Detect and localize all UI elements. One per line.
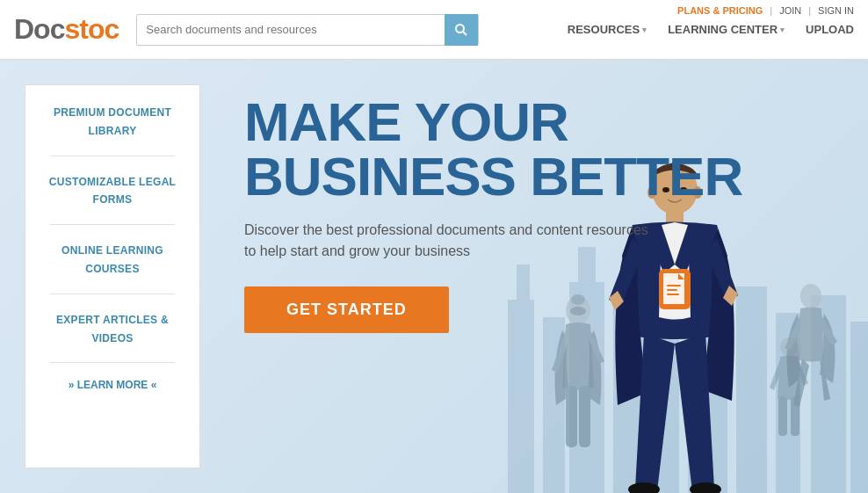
- hero-title-line1: MAKE YOUR: [244, 91, 568, 152]
- sidebar-divider-1: [50, 156, 175, 156]
- sidebar-item-learning-label: ONLINE LEARNING COURSES: [61, 244, 163, 275]
- learn-more-link[interactable]: » LEARN MORE «: [69, 379, 157, 391]
- search-icon: [454, 23, 468, 37]
- plans-pricing-link[interactable]: PLANS & PRICING: [677, 5, 763, 16]
- logo-doc: Doc: [14, 13, 64, 45]
- hero-title-line2: BUSINESS BETTER: [244, 146, 742, 207]
- hero-title: MAKE YOUR BUSINESS BETTER: [244, 95, 842, 204]
- sidebar-item-expert-label: EXPERT ARTICLES & VIDEOS: [56, 314, 169, 344]
- sidebar-divider-2: [50, 224, 175, 225]
- sidebar-item-learning[interactable]: ONLINE LEARNING COURSES: [34, 241, 191, 278]
- join-link[interactable]: JOIN: [779, 5, 801, 16]
- sidebar-divider-3: [50, 294, 175, 294]
- top-right-links: PLANS & PRICING | JOIN | SIGN IN: [677, 5, 854, 16]
- header: Docstoc PLANS & PRICING | JOIN | SIGN IN…: [0, 0, 868, 60]
- svg-line-1: [463, 32, 467, 35]
- nav-resources[interactable]: RESOURCES ▾: [568, 23, 647, 36]
- get-started-button[interactable]: GET STARTED: [244, 286, 449, 333]
- chevron-down-icon: ▾: [642, 25, 647, 34]
- separator-1: |: [770, 5, 772, 16]
- sidebar-divider-4: [50, 362, 175, 363]
- sidebar-item-expert[interactable]: EXPERT ARTICLES & VIDEOS: [34, 310, 191, 347]
- hero-subtitle: Discover the best professional documents…: [244, 220, 648, 262]
- nav-learning-center[interactable]: LEARNING CENTER ▾: [668, 23, 785, 36]
- nav-upload-label: UPLOAD: [806, 23, 854, 36]
- search-bar: [136, 14, 479, 46]
- logo-stoc: stoc: [64, 13, 119, 45]
- sidebar-item-legal[interactable]: CUSTOMIZABLE LEGAL FORMS: [34, 172, 191, 209]
- hero-content: MAKE YOUR BUSINESS BETTER Discover the b…: [200, 60, 868, 493]
- search-button[interactable]: [445, 14, 478, 46]
- nav-links: RESOURCES ▾ LEARNING CENTER ▾ UPLOAD: [568, 23, 854, 36]
- signin-link[interactable]: SIGN IN: [818, 5, 854, 16]
- separator-2: |: [808, 5, 811, 16]
- sidebar-item-premium-label: PREMIUM DOCUMENT LIBRARY: [54, 106, 171, 137]
- chevron-down-icon-2: ▾: [780, 25, 785, 34]
- sidebar-item-legal-label: CUSTOMIZABLE LEGAL FORMS: [49, 176, 177, 207]
- logo[interactable]: Docstoc: [14, 13, 119, 46]
- search-input[interactable]: [137, 23, 445, 36]
- nav-upload[interactable]: UPLOAD: [806, 23, 854, 36]
- svg-point-0: [456, 25, 464, 33]
- hero-section: PREMIUM DOCUMENT LIBRARY CUSTOMIZABLE LE…: [0, 60, 868, 493]
- nav-learning-label: LEARNING CENTER: [668, 23, 778, 36]
- sidebar: PREMIUM DOCUMENT LIBRARY CUSTOMIZABLE LE…: [25, 84, 200, 468]
- nav-resources-label: RESOURCES: [568, 23, 640, 36]
- sidebar-item-premium[interactable]: PREMIUM DOCUMENT LIBRARY: [34, 103, 191, 140]
